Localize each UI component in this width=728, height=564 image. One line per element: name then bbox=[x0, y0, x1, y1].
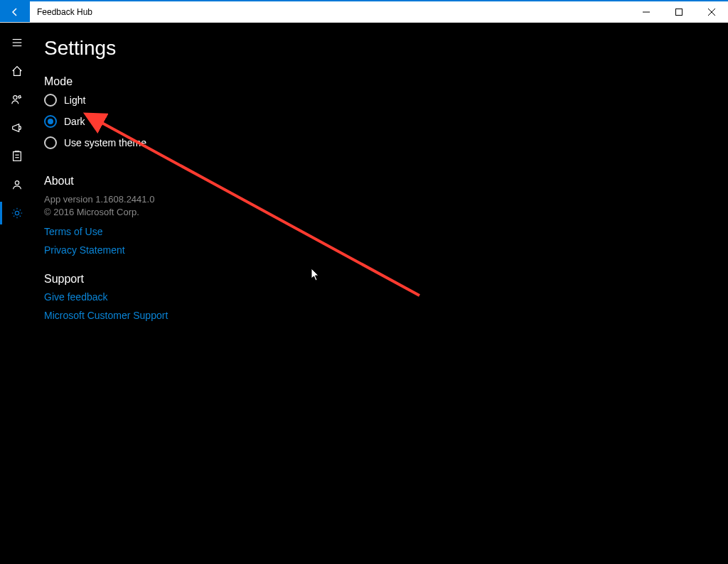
link-terms-of-use[interactable]: Terms of Use bbox=[44, 226, 718, 237]
hamburger-menu-button[interactable] bbox=[0, 28, 34, 57]
titlebar: Feedback Hub bbox=[0, 0, 728, 23]
sidebar-item-settings[interactable] bbox=[0, 199, 34, 227]
sidebar bbox=[0, 23, 34, 564]
link-customer-support[interactable]: Microsoft Customer Support bbox=[44, 310, 718, 321]
radio-icon bbox=[44, 136, 57, 149]
sidebar-item-profile[interactable] bbox=[0, 170, 34, 199]
sidebar-item-quests[interactable] bbox=[0, 142, 34, 170]
close-button[interactable] bbox=[695, 1, 728, 22]
link-give-feedback[interactable]: Give feedback bbox=[44, 291, 718, 303]
back-button[interactable] bbox=[0, 1, 30, 22]
radio-icon bbox=[44, 94, 57, 107]
section-heading-mode: Mode bbox=[44, 75, 718, 88]
content-area: Settings Mode Light Dark Use system them… bbox=[34, 23, 728, 564]
sidebar-item-announcements[interactable] bbox=[0, 114, 34, 142]
about-version: App version 1.1608.2441.0 bbox=[44, 193, 718, 206]
radio-system-theme[interactable]: Use system theme bbox=[44, 136, 718, 149]
page-title: Settings bbox=[44, 37, 718, 60]
link-privacy-statement[interactable]: Privacy Statement bbox=[44, 244, 718, 256]
radio-label: Light bbox=[64, 94, 85, 106]
maximize-button[interactable] bbox=[663, 1, 695, 22]
section-heading-about: About bbox=[44, 175, 718, 188]
radio-icon bbox=[44, 115, 57, 128]
sidebar-item-feedback[interactable] bbox=[0, 85, 34, 114]
svg-point-7 bbox=[14, 96, 17, 99]
radio-light[interactable]: Light bbox=[44, 94, 718, 107]
about-copyright: © 2016 Microsoft Corp. bbox=[44, 206, 718, 219]
svg-rect-8 bbox=[14, 152, 21, 161]
window-title: Feedback Hub bbox=[30, 1, 630, 22]
radio-label: Use system theme bbox=[64, 137, 146, 148]
section-heading-support: Support bbox=[44, 273, 718, 286]
radio-dark[interactable]: Dark bbox=[44, 115, 718, 128]
svg-rect-1 bbox=[676, 9, 682, 15]
svg-point-12 bbox=[15, 211, 18, 215]
sidebar-item-home[interactable] bbox=[0, 57, 34, 85]
window-controls bbox=[630, 1, 728, 22]
svg-point-11 bbox=[15, 181, 18, 185]
radio-label: Dark bbox=[64, 116, 85, 127]
minimize-button[interactable] bbox=[630, 1, 663, 22]
